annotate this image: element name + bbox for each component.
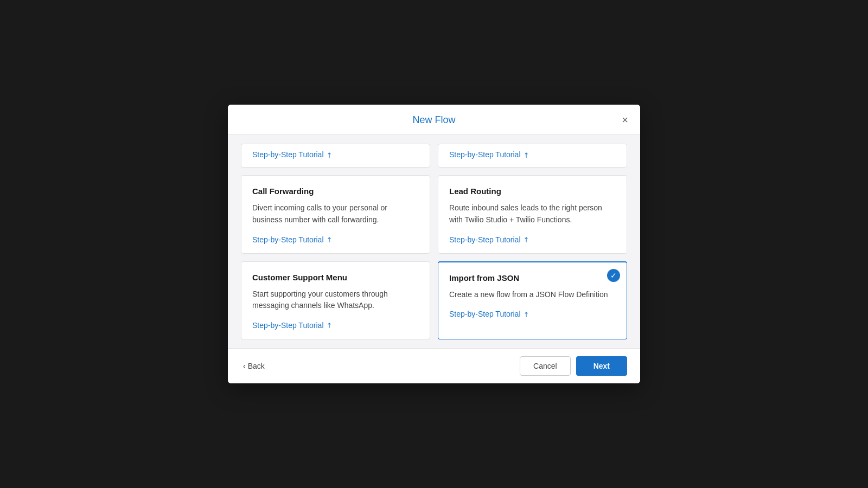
partial-left-tutorial-text: Step-by-Step Tutorial xyxy=(252,150,324,159)
card-lead-routing[interactable]: Lead Routing Route inbound sales leads t… xyxy=(438,175,627,253)
modal-title: New Flow xyxy=(412,114,455,126)
modal-header: New Flow × xyxy=(228,105,640,135)
card-import-json-title: Import from JSON xyxy=(449,273,616,282)
card-customer-support-tutorial[interactable]: Step-by-Step Tutorial ↗ xyxy=(252,321,332,330)
back-chevron-icon: ‹ xyxy=(243,362,246,370)
close-button[interactable]: × xyxy=(620,112,630,127)
card-import-json-desc: Create a new flow from a JSON Flow Defin… xyxy=(449,289,616,301)
next-button[interactable]: Next xyxy=(576,356,627,376)
partial-top-row: Step-by-Step Tutorial ↗ Step-by-Step Tut… xyxy=(241,144,627,168)
partial-right-tutorial-link[interactable]: Step-by-Step Tutorial ↗ xyxy=(449,150,529,159)
new-flow-modal: New Flow × Step-by-Step Tutorial ↗ Step-… xyxy=(228,105,640,383)
card-import-json[interactable]: ✓ Import from JSON Create a new flow fro… xyxy=(438,261,627,339)
card-import-json-tutorial[interactable]: Step-by-Step Tutorial ↗ xyxy=(449,310,529,318)
cards-grid: Call Forwarding Divert incoming calls to… xyxy=(241,175,627,339)
card-customer-support-title: Customer Support Menu xyxy=(252,273,419,282)
card-call-forwarding-tutorial-text: Step-by-Step Tutorial xyxy=(252,235,324,244)
footer-actions: Cancel Next xyxy=(520,356,627,376)
partial-card-right[interactable]: Step-by-Step Tutorial ↗ xyxy=(438,144,627,168)
card-import-json-arrow-icon: ↗ xyxy=(521,309,531,319)
partial-right-arrow-icon: ↗ xyxy=(521,150,531,159)
back-button[interactable]: ‹ Back xyxy=(241,357,267,375)
card-call-forwarding-desc: Divert incoming calls to your personal o… xyxy=(252,202,419,226)
partial-card-left[interactable]: Step-by-Step Tutorial ↗ xyxy=(241,144,430,168)
modal-footer: ‹ Back Cancel Next xyxy=(228,348,640,383)
partial-left-arrow-icon: ↗ xyxy=(324,150,334,159)
card-lead-routing-arrow-icon: ↗ xyxy=(521,234,531,244)
back-label: Back xyxy=(248,362,265,370)
card-customer-support[interactable]: Customer Support Menu Start supporting y… xyxy=(241,261,430,339)
card-call-forwarding-title: Call Forwarding xyxy=(252,187,419,196)
card-customer-support-tutorial-text: Step-by-Step Tutorial xyxy=(252,321,324,330)
card-lead-routing-title: Lead Routing xyxy=(449,187,616,196)
card-import-json-tutorial-text: Step-by-Step Tutorial xyxy=(449,310,521,318)
partial-right-tutorial-text: Step-by-Step Tutorial xyxy=(449,150,521,159)
card-lead-routing-tutorial-text: Step-by-Step Tutorial xyxy=(449,235,521,244)
card-call-forwarding-arrow-icon: ↗ xyxy=(324,234,334,244)
card-call-forwarding[interactable]: Call Forwarding Divert incoming calls to… xyxy=(241,175,430,253)
card-call-forwarding-tutorial[interactable]: Step-by-Step Tutorial ↗ xyxy=(252,235,332,244)
modal-body: Step-by-Step Tutorial ↗ Step-by-Step Tut… xyxy=(228,135,640,348)
card-customer-support-desc: Start supporting your customers through … xyxy=(252,288,419,312)
card-lead-routing-desc: Route inbound sales leads to the right p… xyxy=(449,202,616,226)
card-customer-support-arrow-icon: ↗ xyxy=(324,320,334,330)
card-lead-routing-tutorial[interactable]: Step-by-Step Tutorial ↗ xyxy=(449,235,529,244)
selected-check-icon: ✓ xyxy=(607,269,620,282)
cancel-button[interactable]: Cancel xyxy=(520,356,571,376)
partial-left-tutorial-link[interactable]: Step-by-Step Tutorial ↗ xyxy=(252,150,332,159)
